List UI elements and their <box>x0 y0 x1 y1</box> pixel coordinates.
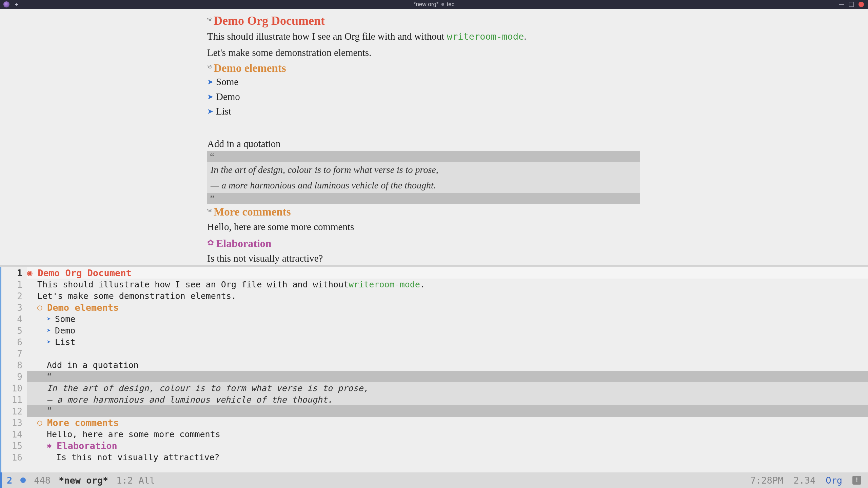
code-line[interactable] <box>27 348 868 359</box>
quote-open-mark: “ <box>210 151 214 162</box>
line-number-gutter: 1 1 2 3 4 5 6 7 8 9 10 11 12 13 14 15 16 <box>1 267 27 472</box>
list-item-text: Demo <box>55 326 75 336</box>
line-number: 5 <box>5 326 22 336</box>
code-line[interactable]: This should illustrate how I see an Org … <box>27 279 868 290</box>
editor-pane[interactable]: 1 1 2 3 4 5 6 7 8 9 10 11 12 13 14 15 16… <box>0 267 868 472</box>
quote-line[interactable]: In the art of design, colour is to form … <box>207 162 640 178</box>
line-number: 10 <box>5 383 22 393</box>
paragraph[interactable]: This should illustrate how I see an Org … <box>207 29 640 44</box>
bullet-icon: ➤ <box>207 106 213 117</box>
code-line[interactable]: ➤ Demo <box>27 325 868 336</box>
heading-2[interactable]: ༄ Demo elements <box>207 62 640 75</box>
list-item-text: Some <box>55 314 75 324</box>
line-number: 1 <box>5 280 22 290</box>
quote-begin: “ <box>207 151 640 162</box>
code-line[interactable]: Let's make some demonstration elements. <box>27 290 868 302</box>
modeline-time: 7:28PM <box>750 475 784 486</box>
line-number: 12 <box>5 406 22 416</box>
heading-1[interactable]: ༄ Demo Org Document <box>207 14 640 28</box>
emacs-icon <box>3 1 9 7</box>
line-number: 13 <box>5 418 22 428</box>
bullet-icon: ➤ <box>207 76 213 87</box>
quote-line[interactable]: — a more harmonious and luminous vehicle… <box>207 178 640 193</box>
maximize-button[interactable] <box>849 2 854 7</box>
list-item-text: Some <box>216 75 238 89</box>
paragraph[interactable]: Add in a quotation <box>207 137 640 151</box>
line-number: 16 <box>5 452 22 463</box>
editor-content[interactable]: ◉ Demo Org Document This should illustra… <box>27 267 868 472</box>
line-number: 14 <box>5 429 22 440</box>
fold-icon[interactable]: ✿ <box>207 238 214 247</box>
text: Is this not visually attractive? <box>27 452 220 462</box>
fold-icon[interactable]: ༄ <box>207 206 212 217</box>
paragraph[interactable]: Let's make some demonstration elements. <box>207 45 640 60</box>
quote-text: In the art of design, colour is to form … <box>27 383 368 393</box>
titlebar-buffer: *new org* <box>414 1 439 8</box>
line-number: 9 <box>5 372 22 382</box>
paragraph[interactable]: Is this not visually attractive? <box>207 251 640 266</box>
minimize-button[interactable] <box>839 4 844 5</box>
bullet-icon: ➤ <box>47 338 55 346</box>
list-item-text: Demo <box>216 89 240 104</box>
modified-indicator-icon <box>20 477 26 483</box>
text: Hello, here are some more comments <box>27 429 220 439</box>
heading-2[interactable]: ༄ More comments <box>207 206 640 218</box>
code-line[interactable]: Add in a quotation <box>27 359 868 371</box>
code-line[interactable]: ◉ Demo Org Document <box>27 267 868 279</box>
inline-code: writeroom-mode <box>447 31 524 42</box>
flycheck-warning-icon[interactable] <box>852 476 861 485</box>
code-line[interactable]: — a more harmonious and luminous vehicle… <box>27 394 868 405</box>
new-tab-plus[interactable]: + <box>15 1 19 8</box>
list-item[interactable]: ➤ List <box>207 104 640 119</box>
text: Is this not visually attractive? <box>207 253 323 264</box>
quote-text: In the art of design, colour is to form … <box>211 164 438 175</box>
modeline: 2 448 *new org* 1:2 All 7:28PM 2.34 Org <box>0 472 868 488</box>
code-line[interactable]: ○ Demo elements <box>27 302 868 313</box>
close-button[interactable] <box>859 2 864 7</box>
heading-3[interactable]: ✿ Elaboration <box>207 237 640 250</box>
code-line[interactable]: In the art of design, colour is to form … <box>27 382 868 394</box>
text: Hello, here are some more comments <box>207 221 354 232</box>
code-line[interactable]: “ <box>27 371 868 382</box>
titlebar: + *new org* tec <box>0 0 868 9</box>
list-item[interactable]: ➤ Demo <box>207 89 640 104</box>
bullet-icon: ➤ <box>47 326 55 334</box>
paragraph[interactable]: Hello, here are some more comments <box>207 220 640 235</box>
heading-2-text: Demo elements <box>214 62 286 75</box>
text: This should illustrate how I see an Org … <box>207 31 447 42</box>
code-line[interactable]: ➤ List <box>27 336 868 348</box>
quote-text: — a more harmonious and luminous vehicle… <box>27 395 333 405</box>
code-line[interactable]: Is this not visually attractive? <box>27 451 868 463</box>
modeline-load: 2.34 <box>793 475 815 486</box>
heading-3-text: Elaboration <box>57 441 117 451</box>
list-item-text: List <box>55 337 75 347</box>
fold-icon[interactable]: ༄ <box>207 15 212 25</box>
code-line[interactable]: ✱ Elaboration <box>27 440 868 451</box>
heading-3-text: Elaboration <box>216 237 272 250</box>
list-item-text: List <box>216 104 231 119</box>
modeline-position: 1:2 All <box>116 475 155 486</box>
code-line[interactable]: ○ More comments <box>27 417 868 428</box>
code-line[interactable]: Hello, here are some more comments <box>27 428 868 440</box>
list-item[interactable]: ➤ Some <box>207 75 640 89</box>
line-number: 11 <box>5 395 22 405</box>
modeline-buffer-name[interactable]: *new org* <box>59 475 108 486</box>
writeroom-pane[interactable]: ༄ Demo Org Document This should illustra… <box>0 9 868 265</box>
quote-close-mark: ” <box>210 193 214 204</box>
bullet-icon: ➤ <box>207 91 213 102</box>
text: . <box>524 31 526 42</box>
code-line[interactable]: ➤ Some <box>27 313 868 325</box>
modeline-wordcount: 448 <box>34 475 51 486</box>
quote-open-mark: “ <box>27 371 52 382</box>
line-number: 4 <box>5 314 22 324</box>
modeline-window-number: 2 <box>7 475 12 486</box>
code-line[interactable]: ” <box>27 405 868 417</box>
heading-1-text: Demo Org Document <box>214 14 325 28</box>
heading-bullet-icon: ◉ <box>27 268 38 278</box>
line-number: 15 <box>5 441 22 451</box>
fold-icon[interactable]: ༄ <box>207 62 212 73</box>
modeline-major-mode[interactable]: Org <box>826 475 842 486</box>
line-number: 6 <box>5 337 22 347</box>
titlebar-user: tec <box>447 1 455 8</box>
heading-2-text: Demo elements <box>47 302 119 313</box>
